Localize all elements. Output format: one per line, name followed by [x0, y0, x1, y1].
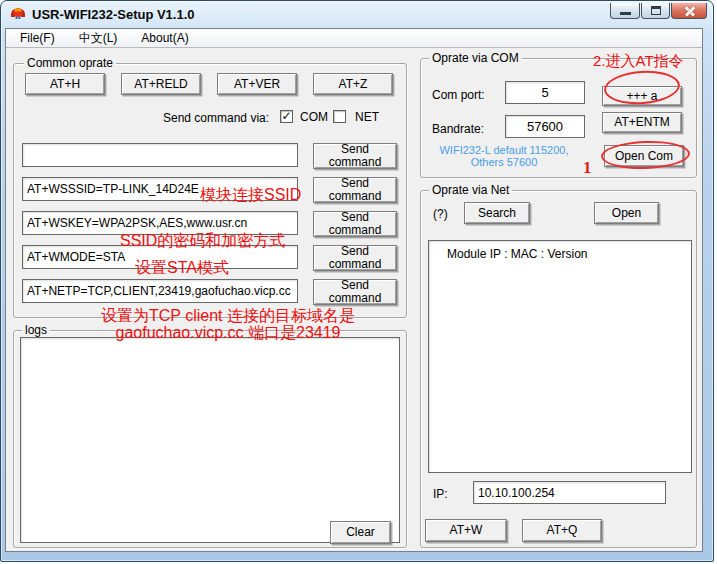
bandrate-label: Bandrate:: [432, 122, 484, 136]
oprate-via-net-title: Oprate via Net: [429, 184, 512, 196]
baudrate-hint-line2: Others 57600: [423, 156, 585, 168]
at-ver-button[interactable]: AT+VER: [217, 73, 297, 95]
at-w-button[interactable]: AT+W: [425, 519, 507, 542]
help-label[interactable]: (?): [433, 207, 448, 221]
logs-title: logs: [22, 324, 50, 336]
annotation-wskey: SSID的密码和加密方式: [120, 232, 285, 249]
annotation-wmode: 设置STA模式: [135, 259, 229, 276]
maximize-icon: [651, 6, 661, 15]
com-checkbox-label[interactable]: COM: [300, 110, 328, 124]
command-input-1[interactable]: [22, 143, 298, 167]
app-logo-icon: [10, 5, 26, 21]
annotation-netp: 设置为TCP client 连接的目标域名是 gaofuchao.vicp.cc…: [83, 307, 373, 341]
menu-about[interactable]: About(A): [133, 30, 196, 46]
net-checkbox[interactable]: [333, 110, 346, 123]
com-port-label: Com port:: [432, 88, 485, 102]
screenshot-page: USR-WIFI232-Setup V1.1.0 File(F) 中文(L) A…: [0, 0, 717, 564]
send-command-button-5[interactable]: Send command: [313, 279, 397, 305]
annotation-ssid: 模块连接SSID: [200, 186, 301, 203]
menu-bar: File(F) 中文(L) About(A): [6, 29, 702, 48]
at-entm-button[interactable]: AT+ENTM: [602, 112, 682, 133]
com-checkbox[interactable]: ✓: [280, 110, 293, 123]
menu-language[interactable]: 中文(L): [71, 29, 126, 48]
minimize-icon: [620, 12, 631, 15]
at-reld-button[interactable]: AT+RELD: [121, 73, 201, 95]
baudrate-hint-line1: WIFI232-L default 115200,: [423, 144, 585, 156]
com-port-input[interactable]: [505, 81, 585, 104]
window-title: USR-WIFI232-Setup V1.1.0: [32, 7, 195, 22]
module-list[interactable]: Module IP : MAC : Version: [428, 240, 692, 473]
at-z-button[interactable]: AT+Z: [313, 73, 393, 95]
net-checkbox-label[interactable]: NET: [355, 110, 379, 124]
minimize-button[interactable]: [610, 3, 640, 19]
annotation-netp-line1: 设置为TCP client 连接的目标域名是: [83, 307, 373, 324]
at-h-button[interactable]: AT+H: [25, 73, 105, 95]
send-command-button-1[interactable]: Send command: [313, 143, 397, 169]
ip-input[interactable]: [473, 481, 666, 504]
common-oprate-title: Common oprate: [24, 57, 116, 69]
baudrate-hint: WIFI232-L default 115200, Others 57600: [423, 144, 585, 168]
send-command-button-4[interactable]: Send command: [313, 245, 397, 271]
title-bar[interactable]: USR-WIFI232-Setup V1.1.0: [2, 2, 712, 28]
annotation-step1: 1: [583, 158, 592, 178]
maximize-button[interactable]: [641, 3, 670, 19]
clear-button[interactable]: Clear: [330, 521, 391, 544]
ip-label: IP:: [433, 487, 448, 501]
at-q-button[interactable]: AT+Q: [522, 519, 602, 542]
menu-file[interactable]: File(F): [12, 30, 63, 46]
bandrate-input[interactable]: [505, 115, 585, 138]
module-list-header: Module IP : MAC : Version: [447, 247, 588, 261]
annotation-netp-line2: gaofuchao.vicp.cc 端口是23419: [83, 324, 373, 341]
send-command-button-3[interactable]: Send command: [313, 211, 397, 237]
search-button[interactable]: Search: [464, 202, 530, 224]
annotation-step2: 2.进入AT指令: [593, 52, 684, 69]
oprate-via-com-title: Oprate via COM: [429, 52, 522, 64]
send-command-button-2[interactable]: Send command: [313, 177, 397, 203]
command-input-5[interactable]: [22, 279, 298, 303]
send-via-label: Send command via:: [163, 111, 269, 125]
open-button[interactable]: Open: [594, 202, 659, 224]
close-button[interactable]: [671, 3, 707, 19]
logs-textarea[interactable]: [20, 337, 400, 543]
